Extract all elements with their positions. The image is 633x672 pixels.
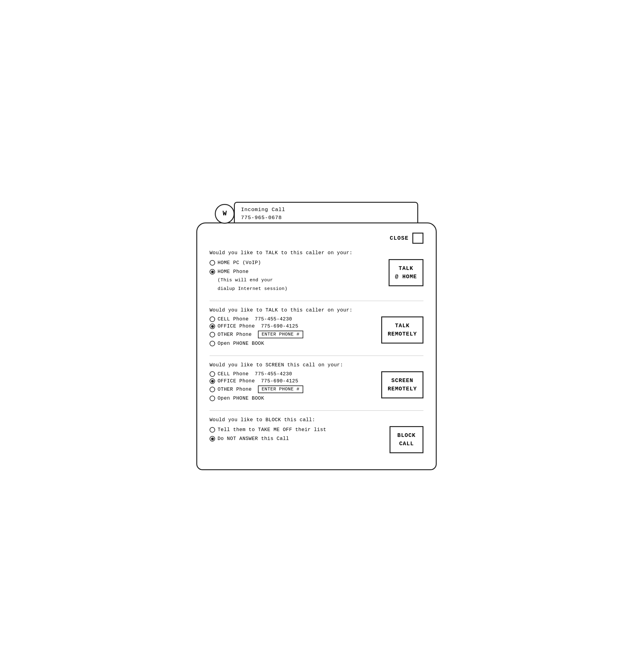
close-row: CLOSE xyxy=(210,233,423,244)
talk-remote-button-col: TALK REMOTELY xyxy=(381,316,423,343)
screen-remote-office-row: OFFICE Phone 775-690-4125 xyxy=(210,378,375,384)
talk-remote-content: CELL Phone 775-455-4230 OFFICE Phone 775… xyxy=(210,316,423,349)
close-label: CLOSE xyxy=(390,235,409,241)
talk-home-button-col: TALK @ HOME xyxy=(389,259,423,286)
call-info-box: Incoming Call 775-965-0678 xyxy=(234,202,418,225)
block-takemeoff-row: Tell them to TAKE ME OFF their list xyxy=(210,426,383,433)
talk-home-question: Would you like to TALK to this caller on… xyxy=(210,249,423,257)
talk-remote-other-input[interactable]: ENTER PHONE # xyxy=(258,331,303,338)
screen-remote-other-input[interactable]: ENTER PHONE # xyxy=(258,385,303,393)
divider-2 xyxy=(210,356,423,356)
screen-remote-office-radio[interactable] xyxy=(210,378,215,384)
screen-remote-content: CELL Phone 775-455-4230 OFFICE Phone 775… xyxy=(210,371,423,404)
screen-remote-cell-label: CELL Phone xyxy=(217,371,249,377)
section-talk-remote: Would you like to TALK to this caller on… xyxy=(210,307,423,349)
screen-remote-cell-row: CELL Phone 775-455-4230 xyxy=(210,371,375,377)
screen-remote-other-row: OTHER Phone ENTER PHONE # xyxy=(210,385,375,393)
close-button[interactable] xyxy=(412,233,423,244)
call-line2: 775-965-0678 xyxy=(241,214,411,222)
screen-remote-phonebook-label: Open PHONE BOOK xyxy=(217,395,264,402)
block-call-options: Tell them to TAKE ME OFF their list Do N… xyxy=(210,426,383,444)
screen-remote-question: Would you like to SCREEN this call on yo… xyxy=(210,361,423,369)
talk-home-phone-label: HOME Phone xyxy=(217,268,249,275)
block-call-button[interactable]: BLOCK CALL xyxy=(390,426,423,453)
screen-remote-office-phone: 775-690-4125 xyxy=(261,378,298,384)
screen-remote-phonebook-radio[interactable] xyxy=(210,395,215,401)
divider-3 xyxy=(210,410,423,411)
talk-remote-other-label: OTHER Phone xyxy=(217,332,252,337)
talk-home-sub-note-1: (This will end your xyxy=(217,277,382,284)
screen-remote-other-radio[interactable] xyxy=(210,387,215,392)
talk-remote-office-label: OFFICE Phone xyxy=(217,323,255,329)
block-call-question: Would you like to BLOCK this call: xyxy=(210,416,423,424)
screen-remote-options: CELL Phone 775-455-4230 OFFICE Phone 775… xyxy=(210,371,375,404)
block-call-button-col: BLOCK CALL xyxy=(390,426,423,453)
block-noanswer-radio[interactable] xyxy=(210,436,215,441)
screen-remote-button-col: SCREEN REMOTELY xyxy=(381,371,423,399)
screen-remote-cell-phone: 775-455-4230 xyxy=(255,371,292,377)
talk-home-pc-label: HOME PC (VoIP) xyxy=(217,259,261,266)
talk-remote-other-radio[interactable] xyxy=(210,332,215,337)
block-takemeoff-label: Tell them to TAKE ME OFF their list xyxy=(217,426,326,433)
talk-remote-phonebook-label: Open PHONE BOOK xyxy=(217,340,264,347)
talk-home-pc-radio[interactable] xyxy=(210,260,215,266)
logo-icon: W xyxy=(215,204,235,224)
talk-remote-cell-label: CELL Phone xyxy=(217,316,249,322)
talk-remote-cell-row: CELL Phone 775-455-4230 xyxy=(210,316,375,322)
talk-remote-office-radio[interactable] xyxy=(210,323,215,329)
talk-remote-phonebook-radio[interactable] xyxy=(210,341,215,346)
screen-remote-office-label: OFFICE Phone xyxy=(217,378,255,384)
talk-home-content: HOME PC (VoIP) HOME Phone (This will end… xyxy=(210,259,423,294)
screen-remotely-button[interactable]: SCREEN REMOTELY xyxy=(381,371,423,399)
talk-home-button[interactable]: TALK @ HOME xyxy=(389,259,423,286)
talk-remote-options: CELL Phone 775-455-4230 OFFICE Phone 775… xyxy=(210,316,375,349)
block-call-content: Tell them to TAKE ME OFF their list Do N… xyxy=(210,426,423,453)
talk-remote-office-row: OFFICE Phone 775-690-4125 xyxy=(210,323,375,329)
divider-1 xyxy=(210,301,423,301)
talk-remote-phonebook-row: Open PHONE BOOK xyxy=(210,340,375,347)
talk-remote-cell-radio[interactable] xyxy=(210,316,215,322)
screen-remote-phonebook-row: Open PHONE BOOK xyxy=(210,395,375,402)
screen-remote-cell-radio[interactable] xyxy=(210,371,215,377)
talk-remote-cell-phone: 775-455-4230 xyxy=(255,316,292,322)
header-bar: W Incoming Call 775-965-0678 xyxy=(215,202,418,225)
section-talk-home: Would you like to TALK to this caller on… xyxy=(210,249,423,294)
talk-home-options: HOME PC (VoIP) HOME Phone (This will end… xyxy=(210,259,382,294)
block-noanswer-row: Do NOT ANSWER this Call xyxy=(210,435,383,442)
talk-remote-other-row: OTHER Phone ENTER PHONE # xyxy=(210,331,375,338)
block-noanswer-label: Do NOT ANSWER this Call xyxy=(217,435,289,442)
talk-home-pc-row: HOME PC (VoIP) xyxy=(210,259,382,266)
page-wrapper: W Incoming Call 775-965-0678 CLOSE Would… xyxy=(190,190,443,482)
talk-remote-question: Would you like to TALK to this caller on… xyxy=(210,307,423,314)
block-takemeoff-radio[interactable] xyxy=(210,427,215,433)
talk-remote-office-phone: 775-690-4125 xyxy=(261,323,298,329)
section-block-call: Would you like to BLOCK this call: Tell … xyxy=(210,416,423,453)
screen-remote-other-label: OTHER Phone xyxy=(217,387,252,392)
talk-home-phone-row: HOME Phone xyxy=(210,268,382,275)
section-screen-remote: Would you like to SCREEN this call on yo… xyxy=(210,361,423,404)
main-panel: CLOSE Would you like to TALK to this cal… xyxy=(196,222,437,470)
talk-remotely-button[interactable]: TALK REMOTELY xyxy=(381,316,423,343)
call-line1: Incoming Call xyxy=(241,206,411,214)
talk-home-sub-note-2: dialup Internet session) xyxy=(217,286,382,293)
talk-home-phone-radio[interactable] xyxy=(210,269,215,274)
